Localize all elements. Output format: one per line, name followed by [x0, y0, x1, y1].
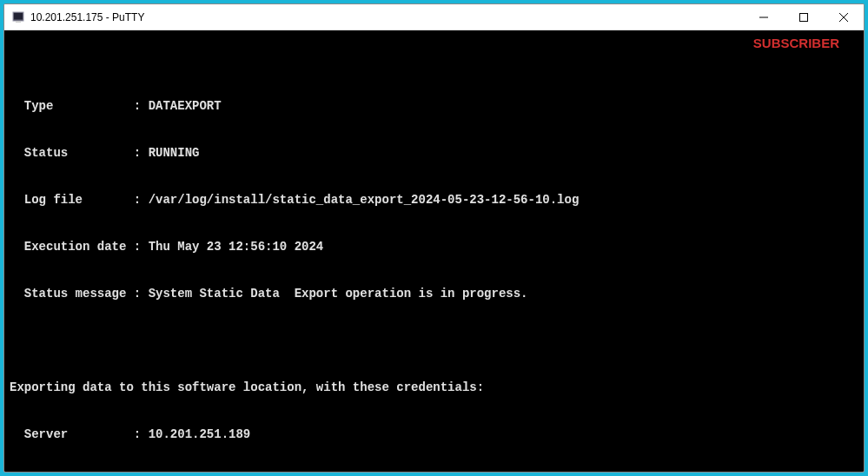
minimize-button[interactable] [744, 4, 784, 30]
window-controls [744, 4, 864, 30]
export-header: Exporting data to this software location… [10, 380, 484, 394]
window-title: 10.201.251.175 - PuTTY [30, 11, 744, 23]
execdate-value: Thu May 23 12:56:10 2024 [141, 240, 323, 254]
logfile-value: /var/log/install/static_data_export_2024… [141, 193, 579, 207]
close-button[interactable] [824, 4, 864, 30]
svg-rect-2 [16, 21, 21, 23]
status-value: RUNNING [141, 146, 199, 160]
statusmsg-label: Status message : [10, 287, 141, 301]
svg-rect-1 [14, 13, 23, 19]
app-icon [11, 10, 25, 24]
logfile-label: Log file : [10, 193, 141, 207]
status-label: Status : [10, 146, 141, 160]
type-label: Type : [10, 99, 141, 113]
putty-window: 10.201.251.175 - PuTTY SUBSCRIBER Type :… [3, 3, 865, 473]
execdate-label: Execution date : [10, 240, 141, 254]
type-value: DATAEXPORT [141, 99, 221, 113]
subscriber-label: SUBSCRIBER [753, 36, 839, 51]
server-value: 10.201.251.189 [141, 427, 250, 441]
terminal[interactable]: SUBSCRIBER Type : DATAEXPORT Status : RU… [4, 30, 864, 472]
server-label: Server : [10, 427, 141, 441]
svg-rect-4 [800, 13, 808, 21]
statusmsg-value: System Static Data Export operation is i… [141, 287, 527, 301]
maximize-button[interactable] [784, 4, 824, 30]
titlebar[interactable]: 10.201.251.175 - PuTTY [4, 4, 864, 30]
